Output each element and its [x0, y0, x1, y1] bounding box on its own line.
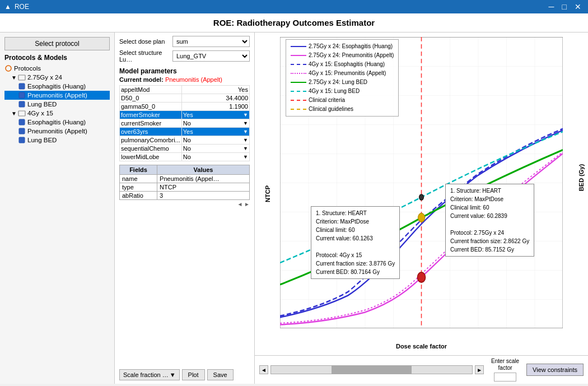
param-value[interactable]: No▼: [181, 136, 249, 145]
legend-label-2: 2.75Gy x 24: Pneumonitis (Appelt): [309, 51, 394, 60]
info-col-fields: Fields: [120, 165, 157, 175]
param-name: D50_0: [120, 94, 182, 103]
info-value: 3: [157, 192, 250, 200]
model-icon: [18, 82, 26, 90]
model-icon-3: [18, 127, 26, 135]
param-value[interactable]: No▼: [181, 153, 249, 161]
scroll-left-button[interactable]: ◄: [259, 365, 268, 374]
param-row-pulmonary[interactable]: pulmonaryComorbri... No▼: [120, 136, 250, 145]
chart-legend: 2.75Gy x 24: Esophagitis (Huang) 2.75Gy …: [286, 39, 399, 117]
x-axis-label: Dose scale factor: [396, 343, 447, 350]
param-name: formerSmoker: [120, 111, 182, 119]
tree-item-pneum-appelt-2[interactable]: Pneumonitis (Appelt): [4, 127, 110, 136]
svg-rect-8: [19, 137, 25, 143]
expand-arrow-2: ▼: [11, 110, 17, 117]
param-value: 34.4000: [181, 94, 249, 103]
y-axis-label: NTCP: [264, 185, 271, 202]
legend-label-6: 4Gy x 15: Lung BED: [309, 87, 360, 96]
scale-factor-container: Enter scalefactor: [488, 358, 522, 382]
scale-factor-input[interactable]: [494, 373, 516, 382]
save-button[interactable]: Save: [207, 369, 234, 380]
svg-rect-2: [19, 83, 25, 89]
scroll-right-button[interactable]: ►: [475, 365, 484, 374]
legend-line-4: [291, 73, 306, 74]
current-model-value: Pneumonitis (Appelt): [165, 76, 222, 83]
tree-item-4gy[interactable]: ▼ 4Gy x 15: [4, 109, 110, 118]
left-panel: Select protocol Protocols & Models Proto…: [0, 32, 115, 384]
title-bar-title: ROE: [15, 3, 29, 11]
info-field: abRatio: [120, 192, 157, 200]
dose-plan-label: Select dose plan: [119, 38, 172, 45]
param-value[interactable]: No▼: [181, 145, 249, 153]
svg-rect-7: [19, 128, 25, 134]
protocol-folder-icon: [18, 73, 26, 81]
legend-label-4: 4Gy x 15: Pneumonitis (Appelt): [309, 69, 386, 78]
protocol-folder-icon-2: [18, 109, 26, 117]
close-button[interactable]: ✕: [572, 3, 584, 11]
param-name: over63yrs: [120, 128, 182, 136]
tree-item-lung-bed-2[interactable]: Lung BED: [4, 136, 110, 145]
param-name: lowerMidLobe: [120, 153, 182, 161]
param-value[interactable]: Yes▼: [181, 111, 249, 119]
chart-area: NTCP BED (Gy) 0 0.1 0: [255, 32, 588, 355]
param-value[interactable]: Yes▼: [181, 128, 249, 136]
scale-fraction-button[interactable]: Scale fraction … ▼: [119, 369, 180, 380]
svg-point-47: [419, 194, 423, 200]
legend-line-6: [291, 91, 306, 92]
tree-item-esoph-huang-2[interactable]: Esophagitis (Huang): [4, 118, 110, 127]
info-field: type: [120, 183, 157, 192]
model-icon-2: [18, 118, 26, 126]
app-title: ROE: Radiotherapy Outcomes Estimator: [213, 18, 375, 27]
info-value: Pneumonitis (Appel…: [157, 175, 250, 183]
svg-rect-3: [19, 92, 25, 98]
view-constraints-button[interactable]: View constraints: [526, 364, 584, 376]
tree-item-pneum-appelt-1[interactable]: Pneumonitis (Appelt): [4, 91, 110, 100]
svg-rect-4: [19, 101, 25, 107]
expand-arrow: ▼: [11, 75, 17, 81]
bottom-controls: ◄ ► Enter scalefactor View constraints: [255, 355, 588, 384]
dose-plan-select[interactable]: sum: [172, 36, 250, 47]
param-name: sequentialChemo: [120, 145, 182, 153]
tree-item-lung-bed-1[interactable]: Lung BED: [4, 100, 110, 109]
param-row-appeltMod: appeltMod Yes: [120, 86, 250, 94]
legend-line-2: [291, 55, 306, 56]
param-row-over63yrs[interactable]: over63yrs Yes▼: [120, 128, 250, 136]
y2-axis-label: BED (Gy): [578, 164, 585, 191]
param-row-currentSmoker[interactable]: currentSmoker No▼: [120, 119, 250, 128]
plot-button[interactable]: Plot: [182, 369, 205, 380]
horizontal-scrollbar[interactable]: [270, 365, 473, 374]
param-table: appeltMod Yes D50_0 34.4000 gamma50_0 1.…: [119, 85, 250, 161]
legend-line-5: [291, 82, 306, 83]
svg-point-46: [418, 213, 424, 222]
legend-label-7: Clinical criteria: [309, 96, 345, 105]
structure-select[interactable]: Lung_GTV: [172, 50, 250, 62]
info-row-name: name Pneumonitis (Appel…: [120, 175, 250, 183]
legend-line-7: [291, 100, 306, 101]
param-row-sequential[interactable]: sequentialChemo No▼: [120, 145, 250, 153]
tree-item-esoph-huang-1[interactable]: Esophagitis (Huang): [4, 82, 110, 91]
info-row-abratio: abRatio 3: [120, 192, 250, 200]
bottom-buttons: Scale fraction … ▼ Plot Save: [119, 369, 250, 380]
param-value: Yes: [181, 86, 249, 94]
tree-item-protocols[interactable]: Protocols: [4, 64, 110, 73]
tree-item-2.75gy[interactable]: ▼ 2.75Gy x 24: [4, 73, 110, 82]
legend-label-8: Clinical guidelines: [309, 105, 353, 114]
scale-fraction-label: Scale fraction …: [123, 371, 169, 378]
select-protocol-button[interactable]: Select protocol: [4, 37, 110, 50]
param-name: currentSmoker: [120, 119, 182, 128]
legend-line-8: [291, 109, 306, 110]
param-row-lowerMid[interactable]: lowerMidLobe No▼: [120, 153, 250, 161]
svg-point-48: [417, 272, 425, 282]
model-params-title: Model parameters: [119, 67, 250, 75]
middle-panel: Select dose plan sum Select structure Lu…: [115, 32, 255, 384]
param-row-formerSmoker[interactable]: formerSmoker Yes▼: [120, 111, 250, 119]
param-value[interactable]: No▼: [181, 119, 249, 128]
legend-label-5: 2.75Gy x 24: Lung BED: [309, 78, 367, 87]
maximize-button[interactable]: □: [560, 3, 569, 11]
minimize-button[interactable]: ─: [547, 3, 557, 11]
protocols-tree: Protocols ▼ 2.75Gy x 24 Esophagitis (Hua…: [4, 64, 110, 145]
param-row-D50: D50_0 34.4000: [120, 94, 250, 103]
protocol-icon: [4, 64, 12, 72]
info-field: name: [120, 175, 157, 183]
structure-label: Select structure Lu…: [119, 49, 172, 63]
